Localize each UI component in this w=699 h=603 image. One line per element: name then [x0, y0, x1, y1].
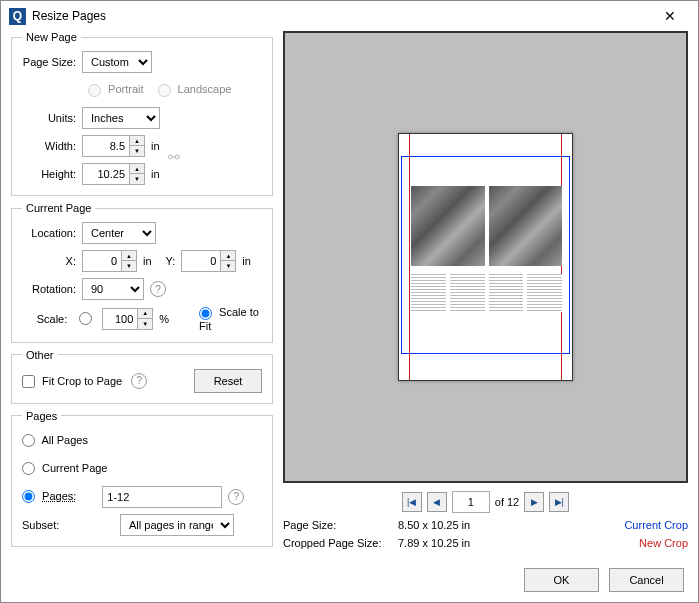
width-up-icon[interactable]: ▲	[130, 136, 144, 146]
page-number-input[interactable]	[452, 491, 490, 513]
current-page-group: Current Page Location: Center X: ▲▼ in Y…	[11, 202, 273, 343]
all-pages-label[interactable]: All Pages	[22, 434, 88, 448]
preview-area	[283, 31, 688, 483]
x-up-icon[interactable]: ▲	[122, 251, 136, 261]
width-unit: in	[151, 140, 160, 152]
landscape-radio	[158, 84, 171, 97]
location-label: Location:	[22, 227, 82, 239]
pages-help-icon[interactable]: ?	[228, 489, 244, 505]
current-page-radio[interactable]	[22, 462, 35, 475]
fit-crop-help-icon[interactable]: ?	[131, 373, 147, 389]
scale-to-fit-radio[interactable]	[199, 307, 212, 320]
height-up-icon[interactable]: ▲	[130, 164, 144, 174]
x-unit: in	[143, 255, 152, 267]
new-crop-left-line	[409, 134, 410, 380]
scale-to-fit-label[interactable]: Scale to Fit	[199, 306, 262, 332]
app-icon: Q	[9, 8, 26, 25]
all-pages-radio[interactable]	[22, 434, 35, 447]
ok-button[interactable]: OK	[524, 568, 599, 592]
portrait-radio-label: Portrait	[88, 83, 144, 97]
last-page-icon: ▶|	[555, 497, 564, 507]
height-input[interactable]	[82, 163, 130, 185]
prev-page-icon: ◀	[433, 497, 440, 507]
rotation-help-icon[interactable]: ?	[150, 281, 166, 297]
new-crop-legend: New Crop	[639, 537, 688, 549]
y-input[interactable]	[181, 250, 221, 272]
width-down-icon[interactable]: ▼	[130, 146, 144, 156]
other-group: Other Fit Crop to Page ? Reset	[11, 349, 273, 404]
prev-page-button[interactable]: ◀	[427, 492, 447, 512]
y-unit: in	[242, 255, 251, 267]
scale-custom-radio[interactable]	[79, 312, 92, 325]
link-icon[interactable]: ⚯	[168, 149, 180, 165]
height-unit: in	[151, 168, 160, 180]
width-input[interactable]	[82, 135, 130, 157]
height-down-icon[interactable]: ▼	[130, 174, 144, 184]
close-button[interactable]: ✕	[650, 2, 690, 30]
percent-sign: %	[159, 313, 169, 325]
subset-select[interactable]: All pages in range	[120, 514, 234, 536]
titlebar: Q Resize Pages ✕	[1, 1, 698, 31]
resize-pages-dialog: Q Resize Pages ✕ New Page Page Size: Cus…	[0, 0, 699, 603]
rotation-label: Rotation:	[22, 283, 82, 295]
last-page-button[interactable]: ▶|	[549, 492, 569, 512]
landscape-radio-label: Landscape	[158, 83, 232, 97]
current-page-legend: Current Page	[22, 202, 95, 214]
page-size-label: Page Size:	[22, 56, 82, 68]
x-label: X:	[22, 255, 82, 267]
pages-group: Pages All Pages Current Page	[11, 410, 273, 547]
y-down-icon[interactable]: ▼	[221, 261, 235, 271]
portrait-radio	[88, 84, 101, 97]
info-pagesize-label: Page Size:	[283, 519, 398, 531]
height-label: Height:	[22, 168, 82, 180]
cancel-button[interactable]: Cancel	[609, 568, 684, 592]
scale-label: Scale:	[22, 313, 73, 325]
page-size-select[interactable]: Custom	[82, 51, 152, 73]
window-title: Resize Pages	[32, 9, 650, 23]
width-label: Width:	[22, 140, 82, 152]
scale-up-icon[interactable]: ▲	[138, 309, 152, 319]
y-up-icon[interactable]: ▲	[221, 251, 235, 261]
page-total: of 12	[495, 496, 519, 508]
rotation-select[interactable]: 90	[82, 278, 144, 300]
close-icon: ✕	[664, 8, 676, 24]
pages-legend: Pages	[22, 410, 61, 422]
new-page-legend: New Page	[22, 31, 81, 43]
info-cropped-value: 7.89 x 10.25 in	[398, 537, 639, 549]
next-page-icon: ▶	[531, 497, 538, 507]
info-pagesize-value: 8.50 x 10.25 in	[398, 519, 624, 531]
location-select[interactable]: Center	[82, 222, 156, 244]
other-legend: Other	[22, 349, 58, 361]
units-label: Units:	[22, 112, 82, 124]
pages-range-radio[interactable]	[22, 490, 35, 503]
first-page-button[interactable]: |◀	[402, 492, 422, 512]
pages-range-input[interactable]	[102, 486, 222, 508]
subset-label: Subset:	[22, 519, 76, 531]
next-page-button[interactable]: ▶	[524, 492, 544, 512]
fit-crop-label[interactable]: Fit Crop to Page ?	[22, 373, 147, 389]
preview-text-row	[411, 274, 562, 312]
page-preview	[398, 133, 573, 381]
scale-percent-input[interactable]	[102, 308, 138, 330]
current-crop-legend: Current Crop	[624, 519, 688, 531]
y-label: Y:	[166, 255, 176, 267]
info-cropped-label: Cropped Page Size:	[283, 537, 398, 549]
pages-range-label[interactable]: Pages:	[22, 490, 76, 504]
units-select[interactable]: Inches	[82, 107, 160, 129]
current-page-range-label[interactable]: Current Page	[22, 462, 108, 476]
new-page-group: New Page Page Size: Custom Portrait Land…	[11, 31, 273, 196]
fit-crop-checkbox[interactable]	[22, 375, 35, 388]
scale-down-icon[interactable]: ▼	[138, 319, 152, 329]
preview-image-row	[411, 186, 562, 266]
first-page-icon: |◀	[407, 497, 416, 507]
reset-button[interactable]: Reset	[194, 369, 262, 393]
x-input[interactable]	[82, 250, 122, 272]
x-down-icon[interactable]: ▼	[122, 261, 136, 271]
pager: |◀ ◀ of 12 ▶ ▶|	[283, 491, 688, 513]
